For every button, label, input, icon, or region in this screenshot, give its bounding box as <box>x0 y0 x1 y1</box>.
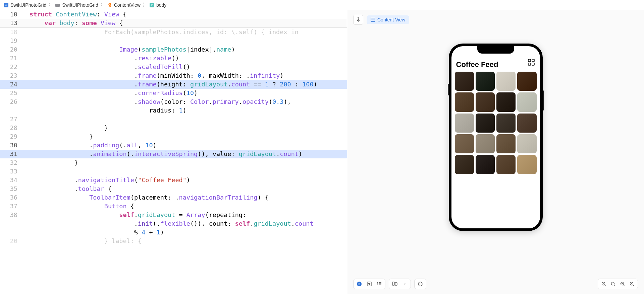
code-line[interactable]: radius: 1) <box>0 106 347 115</box>
code-line[interactable]: 25 .cornerRadius(10) <box>0 89 347 97</box>
code-line[interactable]: 18 ForEach(samplePhotos.indices, id: \.s… <box>0 28 347 36</box>
code-text[interactable]: .cornerRadius(10) <box>25 89 347 97</box>
zoom-out-button[interactable] <box>600 280 607 288</box>
code-line[interactable]: 26 .shadow(color: Color.primary.opacity(… <box>0 97 347 106</box>
code-line[interactable]: 13 var body: some View { <box>0 19 347 27</box>
code-text[interactable]: .shadow(color: Color.primary.opacity(0.3… <box>25 97 347 106</box>
preferences-button[interactable] <box>417 280 424 288</box>
photo-cell[interactable] <box>496 134 516 153</box>
code-text[interactable]: } <box>25 158 347 167</box>
code-text[interactable]: .scaledToFill() <box>25 63 347 71</box>
photo-cell[interactable] <box>476 134 495 153</box>
photo-cell[interactable] <box>517 92 536 112</box>
photo-cell[interactable] <box>517 114 536 133</box>
code-line[interactable]: 24 .frame(height: gridLayout.count == 1 … <box>0 80 347 89</box>
photo-cell[interactable] <box>455 92 474 112</box>
settings-dropdown[interactable] <box>401 280 409 288</box>
code-line[interactable]: 30 .padding(.all, 10) <box>0 141 347 150</box>
breadcrumb-item-symbol[interactable]: P body <box>149 2 166 8</box>
photo-cell[interactable] <box>496 92 516 112</box>
photo-cell[interactable] <box>455 72 474 91</box>
photo-grid[interactable] <box>451 72 540 174</box>
line-number: 18 <box>0 28 21 36</box>
phone-screen[interactable]: Coffee Feed <box>451 46 540 228</box>
code-line[interactable]: 35 .toolbar { <box>0 185 347 193</box>
code-line[interactable]: 32 } <box>0 158 347 167</box>
photo-cell[interactable] <box>455 155 474 174</box>
code-line[interactable]: 21 .resizable() <box>0 54 347 63</box>
grid-toggle-icon[interactable] <box>528 59 535 66</box>
code-line[interactable]: 27 <box>0 115 347 124</box>
pin-button[interactable] <box>353 15 363 25</box>
zoom-in-button[interactable] <box>628 280 636 288</box>
code-line[interactable]: 22 .scaledToFill() <box>0 63 347 71</box>
code-text[interactable]: .animation(.interactiveSpring(), value: … <box>25 150 347 158</box>
photo-cell[interactable] <box>455 114 474 133</box>
breadcrumb-item-folder[interactable]: SwiftUIPhotoGrid <box>55 2 98 8</box>
code-text[interactable]: struct ContentView: View { <box>25 10 347 19</box>
zoom-fit-button[interactable] <box>619 280 626 288</box>
selectable-button[interactable] <box>366 280 373 288</box>
photo-cell[interactable] <box>455 134 474 153</box>
code-text[interactable]: .frame(minWidth: 0, maxWidth: .infinity) <box>25 71 347 80</box>
code-text[interactable]: % 4 + 1) <box>25 228 347 237</box>
code-text[interactable]: .init(.flexible()), count: self.gridLayo… <box>25 219 347 228</box>
line-number: 23 <box>0 71 21 80</box>
code-line[interactable]: .init(.flexible()), count: self.gridLayo… <box>0 219 347 228</box>
code-line[interactable]: 10 struct ContentView: View { <box>0 10 347 19</box>
code-text[interactable]: } <box>25 124 347 132</box>
editor-body[interactable]: 18 ForEach(samplePhotos.indices, id: \.s… <box>0 28 347 294</box>
chevron-right-icon: 〉 <box>48 2 53 8</box>
code-text[interactable]: .toolbar { <box>25 185 347 193</box>
preview-pane: Content View Coffee Feed <box>347 10 644 294</box>
preview-zoom-tools <box>598 279 638 289</box>
code-line[interactable]: 33 <box>0 167 347 176</box>
photo-cell[interactable] <box>496 155 516 174</box>
code-line[interactable]: % 4 + 1) <box>0 228 347 237</box>
photo-cell[interactable] <box>517 134 536 153</box>
preview-title-pill[interactable]: Content View <box>367 15 409 24</box>
code-text[interactable]: ToolbarItem(placement: .navigationBarTra… <box>25 193 347 202</box>
code-line[interactable]: 34 .navigationTitle("Coffee Feed") <box>0 176 347 185</box>
code-text[interactable]: self.gridLayout = Array(repeating: <box>25 211 347 219</box>
code-line[interactable]: 20 } label: { <box>0 237 347 245</box>
device-settings-button[interactable] <box>391 280 398 288</box>
play-button[interactable] <box>356 280 363 288</box>
photo-cell[interactable] <box>476 114 495 133</box>
preview-bottom-tools-left <box>353 279 426 289</box>
photo-cell[interactable] <box>476 155 495 174</box>
code-text[interactable]: .resizable() <box>25 54 347 63</box>
code-line[interactable]: 28 } <box>0 124 347 132</box>
code-line[interactable]: 37 Button { <box>0 202 347 211</box>
photo-cell[interactable] <box>476 92 495 112</box>
line-number: 31 <box>0 150 21 158</box>
code-text[interactable]: ForEach(samplePhotos.indices, id: \.self… <box>25 28 347 36</box>
code-text[interactable]: .padding(.all, 10) <box>25 141 347 150</box>
photo-cell[interactable] <box>496 72 516 91</box>
code-text[interactable]: .navigationTitle("Coffee Feed") <box>25 176 347 185</box>
code-text[interactable]: Image(samplePhotos[index].name) <box>25 45 347 54</box>
photo-cell[interactable] <box>476 72 495 91</box>
photo-cell[interactable] <box>517 72 536 91</box>
code-text[interactable]: Button { <box>25 202 347 211</box>
code-line[interactable]: 36 ToolbarItem(placement: .navigationBar… <box>0 193 347 202</box>
code-text[interactable]: } label: { <box>25 237 347 245</box>
breadcrumb-item-file[interactable]: ContentView <box>107 2 141 8</box>
code-line[interactable]: 31 .animation(.interactiveSpring(), valu… <box>0 150 347 158</box>
code-line[interactable]: 38 self.gridLayout = Array(repeating: <box>0 211 347 219</box>
code-text[interactable]: radius: 1) <box>25 106 347 115</box>
code-text[interactable]: } <box>25 132 347 141</box>
code-line[interactable]: 20 Image(samplePhotos[index].name) <box>0 45 347 54</box>
photo-cell[interactable] <box>496 114 516 133</box>
code-text[interactable]: var body: some View { <box>25 19 347 27</box>
photo-cell[interactable] <box>517 155 536 174</box>
breadcrumb-item-project[interactable]: A SwiftUIPhotoGrid <box>3 2 46 8</box>
code-line[interactable]: 19 <box>0 36 347 45</box>
code-line[interactable]: 23 .frame(minWidth: 0, maxWidth: .infini… <box>0 71 347 80</box>
code-text[interactable]: .frame(height: gridLayout.count == 1 ? 2… <box>25 80 347 89</box>
variants-button[interactable] <box>376 280 383 288</box>
code-line[interactable]: 29 } <box>0 132 347 141</box>
zoom-actual-button[interactable] <box>609 280 617 288</box>
breadcrumb-label: SwiftUIPhotoGrid <box>62 2 98 8</box>
phone-notch <box>477 46 514 54</box>
